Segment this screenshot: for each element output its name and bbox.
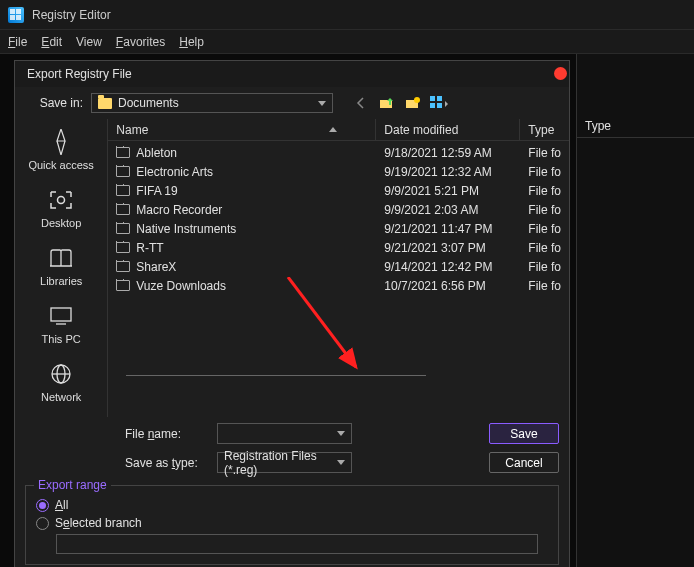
table-row[interactable]: Macro Recorder9/9/2021 2:03 AMFile fo bbox=[108, 200, 569, 219]
file-date: 9/21/2021 11:47 PM bbox=[376, 222, 520, 236]
table-row[interactable]: Vuze Downloads10/7/2021 6:56 PMFile fo bbox=[108, 276, 569, 295]
app-title: Registry Editor bbox=[32, 8, 111, 22]
place-quick-access[interactable]: Quick access bbox=[15, 123, 107, 179]
desktop-icon bbox=[48, 187, 74, 213]
menu-edit[interactable]: Edit bbox=[41, 35, 62, 49]
file-date: 10/7/2021 6:56 PM bbox=[376, 279, 520, 293]
svg-rect-6 bbox=[437, 103, 442, 108]
folder-icon bbox=[116, 261, 130, 272]
dialog-titlebar: Export Registry File bbox=[15, 61, 569, 87]
file-name: FIFA 19 bbox=[136, 184, 177, 198]
file-name: ShareX bbox=[136, 260, 176, 274]
network-icon bbox=[48, 361, 74, 387]
file-date: 9/9/2021 2:03 AM bbox=[376, 203, 520, 217]
file-name: Ableton bbox=[136, 146, 177, 160]
radio-selected-branch[interactable]: Selected branch bbox=[36, 516, 548, 530]
export-range-legend: Export range bbox=[34, 478, 111, 492]
file-name-label: File name: bbox=[125, 427, 209, 441]
menu-file[interactable]: File bbox=[8, 35, 27, 49]
svg-point-7 bbox=[58, 197, 65, 204]
folder-icon bbox=[116, 185, 130, 196]
annotation-dot bbox=[554, 67, 567, 80]
svg-rect-3 bbox=[430, 96, 435, 101]
save-in-label: Save in: bbox=[25, 96, 83, 110]
app-icon bbox=[8, 7, 24, 23]
table-row[interactable]: FIFA 199/9/2021 5:21 PMFile fo bbox=[108, 181, 569, 200]
save-as-type-select[interactable]: Registration Files (*.reg) bbox=[217, 452, 352, 473]
column-name[interactable]: Name bbox=[108, 119, 376, 140]
file-name: Macro Recorder bbox=[136, 203, 222, 217]
save-as-type-label: Save as type: bbox=[125, 456, 209, 470]
file-type: File fo bbox=[520, 165, 569, 179]
file-name: Native Instruments bbox=[136, 222, 236, 236]
menu-favorites[interactable]: Favorites bbox=[116, 35, 165, 49]
file-date: 9/14/2021 12:42 PM bbox=[376, 260, 520, 274]
table-row[interactable]: Electronic Arts9/19/2021 12:32 AMFile fo bbox=[108, 162, 569, 181]
chevron-down-icon bbox=[337, 460, 345, 465]
radio-all[interactable]: All bbox=[36, 498, 548, 512]
folder-icon bbox=[116, 223, 130, 234]
quick-access-icon bbox=[48, 129, 74, 155]
libraries-icon bbox=[48, 245, 74, 271]
file-type: File fo bbox=[520, 222, 569, 236]
nav-view-icon[interactable] bbox=[429, 93, 449, 113]
file-name-input[interactable] bbox=[217, 423, 352, 444]
table-row[interactable]: Native Instruments9/21/2021 11:47 PMFile… bbox=[108, 219, 569, 238]
radio-icon bbox=[36, 517, 49, 530]
save-button[interactable]: Save bbox=[489, 423, 559, 444]
table-row[interactable]: R-TT9/21/2021 3:07 PMFile fo bbox=[108, 238, 569, 257]
folder-icon bbox=[116, 204, 130, 215]
file-type: File fo bbox=[520, 260, 569, 274]
nav-up-icon[interactable] bbox=[377, 93, 397, 113]
divider bbox=[126, 375, 426, 376]
file-name: Electronic Arts bbox=[136, 165, 213, 179]
radio-icon bbox=[36, 499, 49, 512]
places-bar: Quick access Desktop Libraries This PC N… bbox=[15, 119, 107, 417]
file-name: R-TT bbox=[136, 241, 163, 255]
dialog-title: Export Registry File bbox=[27, 67, 132, 81]
menubar: File Edit View Favorites Help bbox=[0, 30, 694, 54]
column-date[interactable]: Date modified bbox=[376, 119, 520, 140]
folder-icon bbox=[98, 98, 112, 109]
right-panel: Type bbox=[576, 54, 694, 567]
file-date: 9/21/2021 3:07 PM bbox=[376, 241, 520, 255]
file-type: File fo bbox=[520, 279, 569, 293]
place-this-pc[interactable]: This PC bbox=[15, 297, 107, 353]
file-date: 9/18/2021 12:59 AM bbox=[376, 146, 520, 160]
save-in-value: Documents bbox=[118, 96, 179, 110]
folder-icon bbox=[116, 280, 130, 291]
file-type: File fo bbox=[520, 241, 569, 255]
export-range-group: Export range All Selected branch bbox=[25, 485, 559, 565]
place-desktop[interactable]: Desktop bbox=[15, 181, 107, 237]
cancel-button[interactable]: Cancel bbox=[489, 452, 559, 473]
export-dialog: Export Registry File Save in: Documents bbox=[14, 60, 570, 567]
nav-new-folder-icon[interactable] bbox=[403, 93, 423, 113]
menu-view[interactable]: View bbox=[76, 35, 102, 49]
file-type: File fo bbox=[520, 184, 569, 198]
svg-rect-5 bbox=[430, 103, 435, 108]
branch-input[interactable] bbox=[56, 534, 538, 554]
table-row[interactable]: ShareX9/14/2021 12:42 PMFile fo bbox=[108, 257, 569, 276]
file-type: File fo bbox=[520, 146, 569, 160]
place-libraries[interactable]: Libraries bbox=[15, 239, 107, 295]
file-type: File fo bbox=[520, 203, 569, 217]
svg-point-2 bbox=[414, 97, 420, 103]
file-name: Vuze Downloads bbox=[136, 279, 226, 293]
file-pane: Name Date modified Type Ableton9/18/2021… bbox=[107, 119, 569, 417]
menu-help[interactable]: Help bbox=[179, 35, 204, 49]
column-type[interactable]: Type bbox=[520, 119, 569, 140]
nav-back-icon[interactable] bbox=[351, 93, 371, 113]
table-row[interactable]: Ableton9/18/2021 12:59 AMFile fo bbox=[108, 143, 569, 162]
folder-icon bbox=[116, 147, 130, 158]
right-column-type[interactable]: Type bbox=[577, 115, 619, 137]
this-pc-icon bbox=[48, 303, 74, 329]
folder-icon bbox=[116, 166, 130, 177]
svg-rect-4 bbox=[437, 96, 442, 101]
file-date: 9/9/2021 5:21 PM bbox=[376, 184, 520, 198]
place-network[interactable]: Network bbox=[15, 355, 107, 411]
chevron-down-icon bbox=[337, 431, 345, 436]
file-list[interactable]: Ableton9/18/2021 12:59 AMFile foElectron… bbox=[108, 141, 569, 297]
file-date: 9/19/2021 12:32 AM bbox=[376, 165, 520, 179]
folder-icon bbox=[116, 242, 130, 253]
save-in-select[interactable]: Documents bbox=[91, 93, 333, 113]
